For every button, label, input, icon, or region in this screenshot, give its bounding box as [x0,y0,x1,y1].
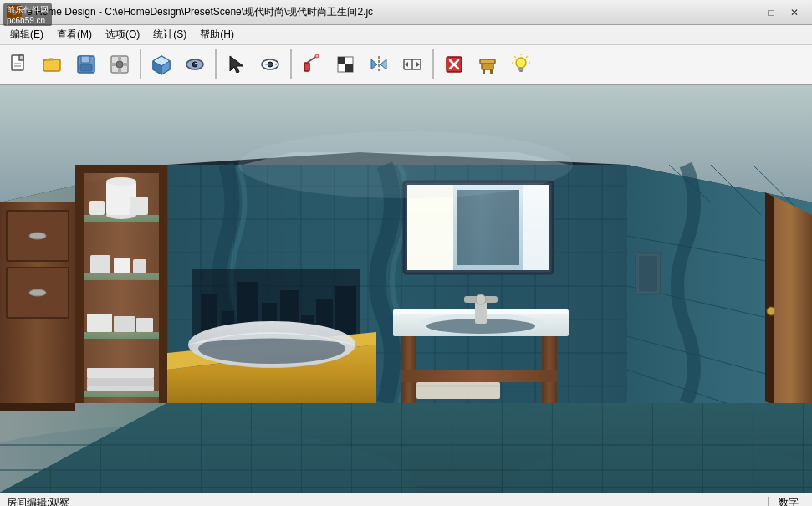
svg-line-48 [526,56,528,58]
svg-rect-109 [75,165,167,173]
svg-line-50 [514,56,516,58]
svg-point-91 [767,307,775,315]
viewport [0,85,812,493]
svg-rect-3 [43,59,60,71]
svg-point-99 [29,233,46,239]
toolbar [0,45,812,85]
sep1 [140,49,141,79]
scene-svg [0,85,812,493]
svg-rect-106 [84,273,159,280]
status-bar: 房间编辑:观察 数字 [0,493,812,506]
svg-marker-32 [380,59,386,69]
title-text: e Home Design - C:\eHomeDesign\PresetSce… [27,5,737,19]
menu-options[interactable]: 选项(O) [99,26,146,43]
svg-rect-118 [87,314,112,332]
svg-rect-147 [416,385,500,387]
svg-point-18 [192,62,197,67]
svg-marker-31 [371,59,377,69]
svg-marker-35 [405,62,408,67]
svg-rect-45 [518,68,523,70]
dropper-button[interactable] [296,49,328,80]
status-mode: 数字 [772,496,805,506]
svg-rect-113 [130,197,148,215]
svg-point-145 [476,294,486,304]
svg-rect-121 [87,368,154,378]
svg-point-112 [106,177,136,186]
svg-rect-11 [111,63,115,66]
3d-view-button[interactable] [146,49,177,80]
close-button[interactable]: ✕ [784,3,805,22]
svg-rect-116 [114,258,130,273]
sep2 [215,49,217,79]
svg-marker-36 [416,62,420,67]
svg-rect-108 [84,391,159,397]
svg-point-44 [516,58,526,68]
svg-rect-6 [80,64,92,71]
sep4 [432,49,434,79]
svg-point-100 [29,289,46,296]
mirror-button[interactable] [363,49,395,80]
svg-point-152 [238,131,573,198]
status-divider [768,497,769,507]
app-icon: e [7,5,22,20]
menu-edit[interactable]: 编辑(E) [3,26,50,43]
svg-rect-101 [0,403,75,411]
svg-point-26 [315,54,319,58]
new-button[interactable] [3,49,35,80]
eye2-button[interactable] [254,49,286,80]
sep3 [290,49,292,79]
close-box-button[interactable] [438,49,470,80]
eye-button[interactable] [179,49,211,80]
svg-rect-43 [490,69,493,74]
svg-point-8 [116,61,123,68]
svg-rect-120 [136,318,153,332]
select-button[interactable] [221,49,253,80]
svg-rect-9 [118,56,121,60]
menu-help[interactable]: 帮助(H) [193,26,241,43]
svg-marker-90 [765,192,774,405]
split-button[interactable] [396,49,428,80]
svg-rect-122 [87,378,154,386]
svg-rect-107 [84,332,159,339]
light-button[interactable] [505,49,537,80]
checker-button[interactable] [329,49,361,80]
menu-bar: 编辑(E) 查看(M) 选项(O) 统计(S) 帮助(H) [0,25,812,45]
svg-rect-10 [118,69,121,73]
save-button[interactable] [70,49,102,80]
svg-marker-20 [230,56,243,73]
open-button[interactable] [37,49,69,80]
title-bar: 前乐作件网pc6b59.cn e e Home Design - C:\eHom… [0,0,812,25]
svg-rect-28 [338,57,345,64]
minimize-button[interactable]: ─ [737,3,758,22]
svg-rect-117 [133,259,146,273]
svg-rect-123 [87,386,154,391]
status-text: 房间编辑:观察 [7,496,386,506]
svg-rect-24 [304,63,309,71]
svg-rect-5 [81,56,89,63]
chair-button[interactable] [472,49,503,80]
svg-rect-135 [457,190,519,265]
settings-button[interactable] [104,49,135,80]
svg-rect-12 [124,63,128,66]
svg-rect-114 [89,201,105,215]
svg-rect-46 [519,70,523,72]
svg-point-19 [195,63,197,64]
svg-rect-115 [90,255,110,273]
svg-rect-104 [159,165,167,403]
svg-marker-89 [769,194,812,437]
svg-rect-29 [345,64,353,72]
svg-rect-103 [75,165,84,403]
svg-rect-119 [114,316,135,332]
menu-view[interactable]: 查看(M) [50,26,99,43]
svg-rect-138 [401,370,557,382]
svg-rect-42 [483,69,485,74]
svg-rect-41 [480,59,495,64]
menu-stats[interactable]: 统计(S) [146,26,193,43]
window-controls: ─ □ ✕ [737,3,805,22]
maximize-button[interactable]: □ [760,3,782,22]
svg-rect-149 [639,256,657,291]
svg-rect-132 [523,185,549,270]
